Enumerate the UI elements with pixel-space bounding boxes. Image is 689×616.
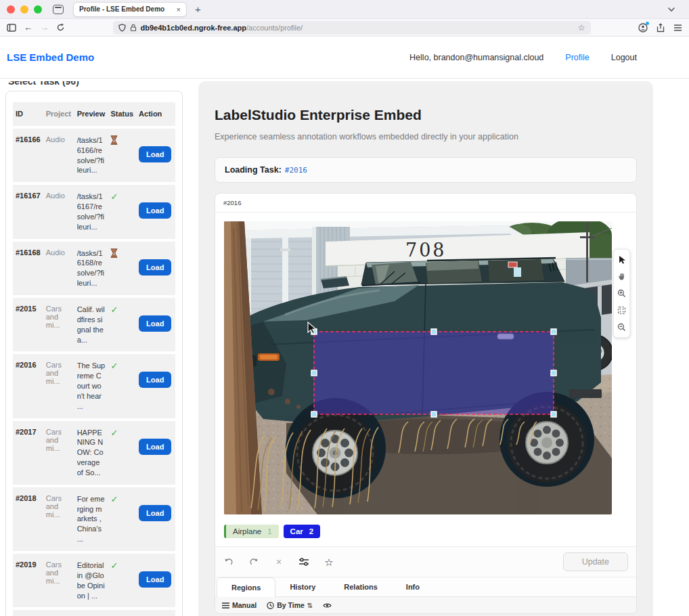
- task-id-cell: #2018: [13, 487, 43, 551]
- label-name: Car: [290, 527, 303, 535]
- task-action-cell: Load: [136, 242, 175, 295]
- task-list-card: ID Project Preview Status Action #16166 …: [5, 91, 183, 616]
- url-text: db9e4b1cb0ed.ngrok-free.app/accounts/pro…: [141, 24, 574, 32]
- tab-history[interactable]: History: [275, 577, 330, 596]
- regions-controls: Manual By Time ⇅: [215, 597, 636, 613]
- canvas-toolbar: [613, 249, 630, 338]
- update-button[interactable]: Update: [563, 552, 628, 571]
- task-id-cell: #16168: [13, 242, 43, 295]
- nav-link-logout[interactable]: Logout: [611, 53, 637, 62]
- hourglass-icon: [110, 138, 118, 146]
- column-header-status: Status: [108, 102, 136, 126]
- table-row: #2020 Cars and mi... NSW coach Brad Fitt…: [13, 610, 175, 616]
- bookmark-star-icon[interactable]: ☆: [578, 24, 585, 32]
- reset-icon[interactable]: ×: [273, 556, 284, 567]
- close-window-button[interactable]: [7, 5, 15, 14]
- label-pill-car[interactable]: Car 2: [284, 525, 321, 538]
- undo-icon[interactable]: [223, 556, 234, 567]
- window-controls: [7, 5, 42, 14]
- label-pill-airplane[interactable]: Airplane 1: [224, 525, 279, 538]
- browser-nav-bar: ← → db9e4b1cb0ed.ngrok-free.app/accounts…: [0, 19, 689, 37]
- back-icon[interactable]: ←: [24, 23, 32, 32]
- chevron-down-icon[interactable]: [663, 1, 680, 18]
- task-preview-cell: /tasks/16167/resolve/?fileuri...: [74, 185, 108, 238]
- sidebar-toggle-icon[interactable]: [7, 24, 16, 32]
- task-preview-cell: Calif. wildfires signal the a...: [74, 298, 108, 351]
- load-button[interactable]: Load: [139, 315, 171, 332]
- fit-screen-icon[interactable]: [613, 302, 630, 319]
- check-icon: ✓: [110, 361, 118, 371]
- nav-link-profile[interactable]: Profile: [565, 53, 589, 62]
- redo-icon[interactable]: [248, 556, 259, 567]
- browser-window: Profile - LSE Embed Demo × + ← → db9e4: [0, 0, 689, 616]
- pointer-tool-icon[interactable]: [613, 251, 630, 268]
- new-tab-button[interactable]: +: [195, 3, 201, 15]
- group-by-manual[interactable]: Manual: [222, 601, 257, 609]
- load-button[interactable]: Load: [139, 571, 171, 588]
- label-name: Airplane: [233, 527, 261, 535]
- hand-tool-icon[interactable]: [613, 268, 630, 285]
- load-button[interactable]: Load: [139, 146, 171, 162]
- settings-icon[interactable]: [298, 556, 309, 567]
- loading-task-label: Loading Task:: [225, 165, 282, 175]
- url-bar[interactable]: db9e4b1cb0ed.ngrok-free.app/accounts/pro…: [113, 21, 591, 35]
- task-project-cell: Cars and mi...: [43, 487, 74, 551]
- shield-icon[interactable]: [118, 24, 126, 32]
- zoom-out-icon[interactable]: [613, 319, 630, 336]
- label-hotkey: 2: [309, 527, 313, 535]
- embed-card: LabelStudio Enterprise Embed Experience …: [198, 81, 653, 616]
- toggle-visibility[interactable]: [323, 602, 332, 609]
- load-button[interactable]: Load: [139, 505, 171, 521]
- load-button[interactable]: Load: [139, 202, 171, 219]
- minimize-window-button[interactable]: [20, 5, 28, 14]
- load-button[interactable]: Load: [139, 439, 171, 455]
- url-path: /accounts/profile/: [246, 24, 303, 32]
- table-row: #2018 Cars and mi... For emerging market…: [13, 487, 175, 551]
- browser-tab[interactable]: Profile - LSE Embed Demo ×: [73, 2, 187, 17]
- task-project-cell: Cars and mi...: [43, 298, 74, 351]
- user-greeting: Hello, brandon@humansignal.cloud: [409, 53, 543, 62]
- tab-close-icon[interactable]: ×: [177, 5, 181, 14]
- profile-account-icon[interactable]: [638, 23, 648, 32]
- order-by-time[interactable]: By Time ⇅: [267, 601, 313, 609]
- load-button[interactable]: Load: [139, 372, 171, 388]
- hourglass-icon: [110, 251, 118, 259]
- tab-overview-icon[interactable]: [53, 5, 64, 14]
- column-header-id: ID: [13, 102, 43, 126]
- column-header-project: Project: [43, 102, 74, 126]
- load-button[interactable]: Load: [139, 259, 171, 276]
- zoom-in-icon[interactable]: [613, 285, 630, 302]
- task-action-cell: Load: [136, 298, 175, 351]
- task-preview-cell: /tasks/16168/resolve/?fileuri...: [74, 242, 108, 295]
- star-icon[interactable]: ☆: [324, 556, 334, 567]
- task-id-cell: #2019: [13, 554, 43, 607]
- labelstudio-panel: #2016: [215, 193, 637, 614]
- column-header-preview: Preview: [74, 102, 108, 126]
- task-sidebar: Select Task (96) ID Project Preview Stat…: [5, 81, 183, 616]
- share-icon[interactable]: [657, 23, 665, 32]
- site-header: LSE Embed Demo Hello, brandon@humansigna…: [0, 37, 689, 79]
- region-bbox-car[interactable]: [311, 329, 556, 417]
- annotation-canvas[interactable]: 708: [224, 221, 612, 514]
- task-action-cell: Load: [136, 421, 175, 485]
- list-icon: [222, 602, 229, 609]
- label-hotkey: 1: [267, 527, 271, 535]
- task-preview-cell: NSW coach Brad Fittler single...: [74, 610, 108, 616]
- tab-regions[interactable]: Regions: [217, 577, 275, 597]
- task-preview-cell: Editorial in @Globe Opinion | ...: [74, 554, 108, 607]
- tab-relations[interactable]: Relations: [330, 577, 392, 596]
- task-project-cell: Audio: [43, 185, 74, 238]
- reload-icon[interactable]: [56, 23, 65, 32]
- tab-info[interactable]: Info: [392, 577, 434, 596]
- task-id-cell: #2016: [13, 354, 43, 418]
- table-row: #2016 Cars and mi... The Supreme Court w…: [13, 354, 175, 418]
- task-action-cell: Load: [136, 610, 175, 616]
- menu-icon[interactable]: [673, 24, 682, 31]
- task-status-cell: ✓: [108, 242, 136, 295]
- task-table-body: #16166 Audio /tasks/16166/resolve/?fileu…: [13, 129, 175, 616]
- task-action-cell: Load: [136, 129, 175, 182]
- eye-icon: [323, 602, 332, 609]
- zoom-window-button[interactable]: [34, 5, 42, 14]
- forward-icon[interactable]: →: [40, 23, 49, 32]
- column-header-action: Action: [136, 102, 175, 126]
